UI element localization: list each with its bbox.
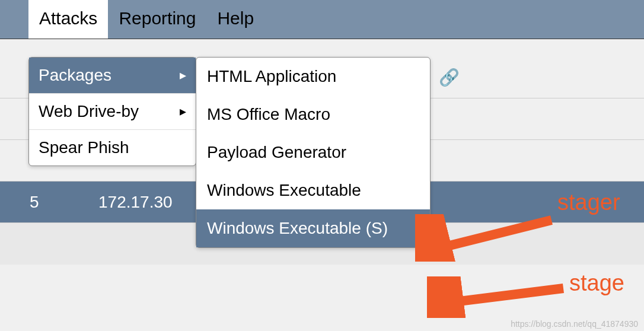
annotation-label-stager: stager — [557, 190, 620, 215]
menu-item-spear-phish[interactable]: Spear Phish — [29, 130, 196, 166]
dropdown-attacks: Packages ▸ Web Drive-by ▸ Spear Phish — [28, 57, 196, 166]
menu-item-label: Web Drive-by — [39, 102, 139, 121]
menu-item-label: Packages — [39, 66, 111, 85]
menu-item-web-drive-by[interactable]: Web Drive-by ▸ — [29, 94, 196, 130]
menubar: Attacks Reporting Help — [0, 0, 644, 39]
annotation-label-stage: stage — [569, 270, 624, 296]
submenu-item-html-application[interactable]: HTML Application — [196, 58, 430, 96]
menubar-item-attacks[interactable]: Attacks — [28, 0, 108, 39]
menubar-item-help[interactable]: Help — [206, 0, 264, 39]
submenu-item-ms-office-macro[interactable]: MS Office Macro — [196, 96, 430, 133]
submenu-item-windows-executable-s[interactable]: Windows Executable (S) — [196, 209, 430, 247]
dropdown-packages: HTML Application MS Office Macro Payload… — [196, 57, 431, 248]
watermark: https://blog.csdn.net/qq_41874930 — [511, 319, 638, 329]
toolbar-link-icon[interactable]: 🔗 — [439, 68, 460, 87]
content-area: listener 5 172.17.30 proxy 5 172.17.30 t… — [0, 39, 644, 331]
submenu-item-payload-generator[interactable]: Payload Generator — [196, 133, 430, 171]
menu-item-packages[interactable]: Packages ▸ — [29, 58, 196, 94]
svg-line-1 — [433, 220, 551, 250]
submenu-arrow-icon: ▸ — [180, 104, 186, 119]
svg-line-3 — [445, 288, 563, 303]
table-cell: 5 — [30, 193, 98, 212]
submenu-arrow-icon: ▸ — [180, 68, 186, 83]
menubar-item-reporting[interactable]: Reporting — [108, 0, 206, 39]
menu-item-label: Spear Phish — [39, 138, 129, 157]
submenu-item-windows-executable[interactable]: Windows Executable — [196, 171, 430, 209]
annotation-arrow-stager — [415, 214, 557, 266]
annotation-arrow-stage — [427, 276, 569, 322]
